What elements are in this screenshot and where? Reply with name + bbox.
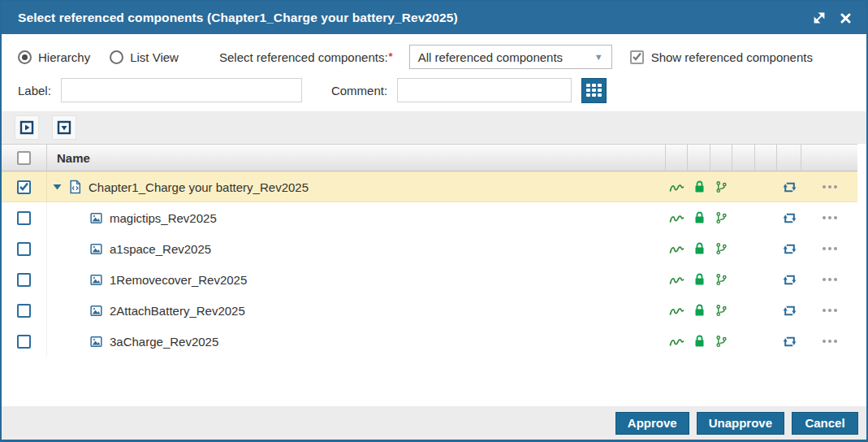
reuse-loop-icon[interactable]: [777, 295, 801, 326]
table-row[interactable]: 1Removecover_Rev2025: [2, 264, 857, 295]
table-row[interactable]: a1space_Rev2025: [2, 233, 857, 264]
radio-hierarchy-label: Hierarchy: [38, 50, 90, 64]
row-checkbox[interactable]: [17, 242, 31, 256]
table-row[interactable]: magictips_Rev2025: [2, 202, 857, 233]
lock-icon: [688, 233, 710, 264]
down-triangle-in-square-icon: [57, 120, 71, 135]
reuse-loop-icon[interactable]: [777, 172, 801, 202]
component-name: 1Removecover_Rev2025: [110, 273, 247, 287]
version-branch-icon: [710, 295, 732, 326]
lock-icon: [688, 264, 710, 295]
radio-list-view-control[interactable]: [110, 50, 123, 64]
release-status-icon: [666, 264, 688, 295]
show-referenced-label: Show referenced components: [651, 50, 813, 64]
more-options-icon[interactable]: [801, 264, 857, 295]
more-options-icon[interactable]: [801, 172, 857, 202]
component-name: 2AttachBattery_Rev2025: [110, 304, 245, 318]
reuse-loop-icon[interactable]: [777, 233, 801, 264]
release-status-icon: [666, 172, 688, 202]
component-name: 3aCharge_Rev2025: [110, 335, 218, 349]
dropdown-selected-value: All referenced components: [418, 50, 589, 64]
image-icon: [89, 211, 103, 225]
component-name: magictips_Rev2025: [110, 211, 217, 225]
radio-hierarchy-control[interactable]: [18, 50, 32, 64]
unapprove-button[interactable]: Unapprove: [697, 412, 784, 435]
image-icon: [89, 335, 103, 349]
image-icon: [89, 273, 103, 287]
lock-icon: [688, 172, 710, 202]
reuse-loop-icon[interactable]: [777, 202, 801, 233]
more-options-icon[interactable]: [801, 233, 857, 264]
label-input[interactable]: [61, 78, 302, 102]
table-row[interactable]: 3aCharge_Rev2025: [2, 326, 857, 357]
table-header: Name: [2, 144, 857, 171]
reference-filter-dropdown[interactable]: All referenced components ▼: [409, 45, 612, 69]
expand-all-button[interactable]: [15, 115, 39, 140]
select-all-checkbox[interactable]: [17, 151, 31, 165]
comment-field-caption: Comment:: [331, 84, 387, 98]
release-status-icon: [666, 295, 688, 326]
version-branch-icon: [710, 172, 732, 202]
image-icon: [89, 242, 103, 256]
maximize-icon[interactable]: [810, 8, 829, 28]
more-options-icon[interactable]: [801, 295, 857, 326]
table-grid-icon: [586, 84, 602, 97]
row-checkbox[interactable]: [17, 211, 31, 225]
reuse-loop-icon[interactable]: [777, 264, 801, 295]
close-icon[interactable]: [836, 8, 855, 28]
header-checkbox-cell: [2, 145, 47, 171]
release-status-icon: [666, 233, 688, 264]
required-marker: *: [389, 50, 393, 63]
right-triangle-in-square-icon: [19, 120, 34, 135]
dialog-footer: Approve Unapprove Cancel: [2, 406, 866, 440]
table-row[interactable]: Chapter1_Charge your battery_Rev2025: [2, 171, 857, 202]
row-checkbox[interactable]: [17, 273, 31, 287]
dialog-title: Select referenced components (Chapter1_C…: [18, 11, 803, 25]
radio-hierarchy[interactable]: Hierarchy: [18, 50, 90, 64]
select-referenced-components-dialog: Select referenced components (Chapter1_C…: [0, 0, 868, 442]
show-referenced-checkbox[interactable]: [630, 50, 644, 64]
more-options-icon[interactable]: [801, 326, 857, 357]
comment-input[interactable]: [397, 78, 572, 102]
more-options-icon[interactable]: [801, 202, 857, 233]
components-table: Name: [2, 144, 857, 357]
titlebar: Select referenced components (Chapter1_C…: [2, 2, 866, 34]
table-row[interactable]: 2AttachBattery_Rev2025: [2, 295, 857, 326]
version-branch-icon: [710, 326, 732, 357]
label-field-caption: Label:: [18, 84, 51, 98]
component-name: Chapter1_Charge your battery_Rev2025: [89, 180, 309, 194]
lock-icon: [688, 202, 710, 233]
radio-list-view[interactable]: List View: [110, 50, 179, 64]
collapse-all-button[interactable]: [52, 115, 76, 140]
name-column-header: Name: [47, 145, 666, 171]
filter-row-inputs: Label: Comment:: [18, 78, 852, 102]
cancel-button[interactable]: Cancel: [792, 412, 858, 435]
chevron-down-icon: ▼: [594, 52, 603, 62]
version-branch-icon: [710, 233, 732, 264]
topic-document-icon: [68, 180, 82, 194]
show-referenced-checkbox-option[interactable]: Show referenced components: [630, 50, 813, 64]
release-status-icon: [666, 326, 688, 357]
row-checkbox[interactable]: [17, 335, 31, 349]
tree-toolbar: [2, 111, 866, 144]
version-branch-icon: [710, 264, 732, 295]
reuse-loop-icon[interactable]: [777, 326, 801, 357]
row-checkbox[interactable]: [17, 180, 31, 194]
lock-icon: [688, 295, 710, 326]
grid-view-button[interactable]: [581, 78, 607, 103]
reference-filter-label: Select referenced components:*: [219, 50, 393, 64]
collapse-row-icon[interactable]: [50, 184, 63, 190]
radio-list-view-label: List View: [130, 50, 179, 64]
version-branch-icon: [710, 202, 732, 233]
release-status-icon: [666, 202, 688, 233]
filter-row-view: Hierarchy List View Select referenced co…: [18, 45, 852, 69]
image-icon: [89, 304, 103, 318]
approve-button[interactable]: Approve: [615, 412, 689, 435]
lock-icon: [688, 326, 710, 357]
row-checkbox[interactable]: [17, 304, 31, 318]
component-name: a1space_Rev2025: [110, 242, 211, 256]
